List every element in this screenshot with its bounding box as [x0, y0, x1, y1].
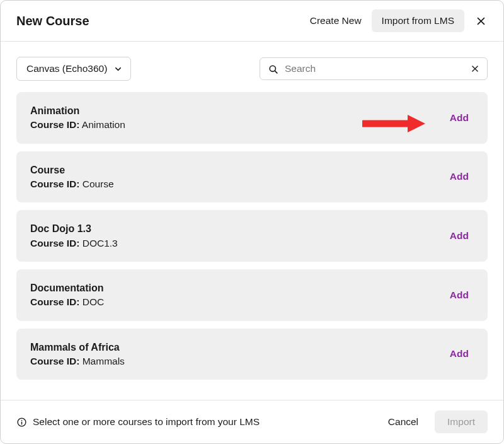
course-id-line: Course ID: Animation: [30, 118, 445, 132]
course-id-line: Course ID: DOC1.3: [30, 237, 445, 250]
course-id-value: Course: [83, 178, 114, 189]
footer-info: Select one or more courses to import fro…: [16, 416, 372, 428]
tab-import-from-lms[interactable]: Import from LMS: [372, 9, 464, 32]
info-icon: [16, 417, 27, 428]
course-info: Mammals of AfricaCourse ID: Mammals: [30, 340, 445, 369]
svg-point-2: [21, 419, 23, 421]
add-button[interactable]: Add: [445, 108, 474, 127]
course-id-label: Course ID:: [30, 238, 79, 248]
course-row: AnimationCourse ID: AnimationAdd: [16, 92, 488, 144]
course-row: DocumentationCourse ID: DOCAdd: [16, 269, 488, 321]
lms-source-dropdown[interactable]: Canvas (Echo360): [16, 57, 131, 81]
import-button[interactable]: Import: [435, 411, 488, 433]
course-name: Doc Dojo 1.3: [30, 221, 445, 236]
course-id-label: Course ID:: [30, 356, 79, 366]
course-id-value: DOC1.3: [83, 238, 118, 248]
controls-row: Canvas (Echo360): [1, 42, 503, 90]
search-input[interactable]: [285, 63, 464, 74]
dropdown-label: Canvas (Echo360): [26, 63, 107, 74]
course-row: CourseCourse ID: CourseAdd: [16, 151, 488, 203]
course-name: Animation: [30, 103, 445, 118]
footer-info-text: Select one or more courses to import fro…: [33, 416, 260, 428]
close-icon: [476, 16, 486, 26]
course-id-value: Mammals: [83, 356, 125, 366]
course-id-label: Course ID:: [30, 178, 79, 189]
course-id-label: Course ID:: [30, 296, 79, 307]
new-course-modal: New Course Create New Import from LMS Ca…: [0, 0, 504, 444]
course-id-value: Animation: [82, 119, 125, 130]
clear-search-icon[interactable]: [471, 64, 479, 73]
course-id-line: Course ID: DOC: [30, 295, 445, 309]
course-id-line: Course ID: Mammals: [30, 354, 445, 368]
course-id-label: Course ID:: [30, 119, 79, 130]
course-info: AnimationCourse ID: Animation: [30, 103, 445, 132]
course-info: Doc Dojo 1.3Course ID: DOC1.3: [30, 221, 445, 250]
course-name: Documentation: [30, 281, 445, 295]
chevron-down-icon: [113, 64, 123, 74]
add-button[interactable]: Add: [445, 226, 474, 245]
add-button[interactable]: Add: [445, 344, 474, 363]
course-id-value: DOC: [83, 296, 104, 307]
course-id-line: Course ID: Course: [30, 177, 445, 191]
modal-title: New Course: [16, 14, 300, 28]
cancel-button[interactable]: Cancel: [381, 411, 426, 433]
course-list: AnimationCourse ID: AnimationAddCourseCo…: [1, 90, 503, 400]
course-info: CourseCourse ID: Course: [30, 163, 445, 192]
add-button[interactable]: Add: [445, 286, 474, 305]
search-icon: [268, 64, 278, 74]
close-button[interactable]: [472, 12, 490, 30]
add-button[interactable]: Add: [445, 167, 474, 186]
course-name: Mammals of Africa: [30, 340, 445, 354]
modal-header: New Course Create New Import from LMS: [1, 1, 503, 42]
tab-create-new[interactable]: Create New: [300, 9, 372, 32]
course-row: Doc Dojo 1.3Course ID: DOC1.3Add: [16, 210, 488, 262]
course-row: Mammals of AfricaCourse ID: MammalsAdd: [16, 329, 488, 380]
course-name: Course: [30, 163, 445, 177]
modal-footer: Select one or more courses to import fro…: [1, 400, 503, 443]
search-field[interactable]: [260, 57, 488, 80]
course-info: DocumentationCourse ID: DOC: [30, 281, 445, 310]
svg-rect-3: [21, 421, 22, 424]
